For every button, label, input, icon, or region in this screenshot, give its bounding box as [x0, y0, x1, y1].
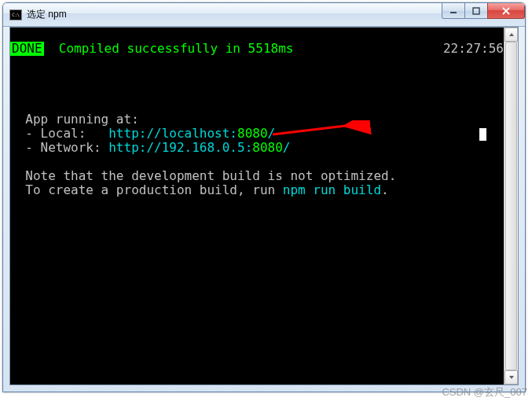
compile-message: Compiled successfully in 5518ms — [44, 42, 294, 56]
scroll-down-button[interactable] — [504, 370, 518, 384]
csdn-watermark: CSDN @玄尺_007 — [442, 385, 527, 399]
scrollbar-thumb[interactable] — [505, 42, 517, 370]
scrollbar-track[interactable] — [504, 42, 518, 370]
done-badge: DONE — [10, 42, 44, 56]
cmd-icon — [9, 9, 22, 20]
local-label: - Local: — [25, 126, 108, 141]
npm-run-build-cmd: npm run build — [283, 182, 381, 197]
maximize-button[interactable] — [464, 3, 488, 19]
local-url: http://localhost:8080/ — [108, 126, 275, 141]
scroll-up-button[interactable] — [504, 28, 518, 42]
svg-rect-0 — [450, 12, 457, 13]
close-button[interactable] — [487, 3, 525, 19]
note-line-1: Note that the development build is not o… — [25, 168, 396, 183]
vertical-scrollbar[interactable] — [504, 28, 518, 384]
window-controls — [442, 3, 525, 26]
network-url: http://192.168.0.5:8080/ — [108, 140, 290, 155]
app-running-label: App running at: — [25, 112, 139, 127]
network-label: - Network: — [25, 140, 108, 155]
svg-rect-1 — [473, 8, 479, 14]
terminal-output[interactable]: DONE Compiled successfully in 5518ms22:2… — [10, 28, 504, 384]
terminal-body: App running at: - Local: http://localhos… — [10, 70, 504, 197]
text-cursor — [479, 128, 486, 141]
note-line-2-pre: To create a production build, run — [25, 182, 283, 197]
terminal-client-area: DONE Compiled successfully in 5518ms22:2… — [9, 27, 519, 385]
app-window: 选定 npm DONE Compiled successfully in 551… — [2, 2, 526, 392]
titlebar[interactable]: 选定 npm — [3, 3, 525, 27]
minimize-button[interactable] — [442, 3, 465, 19]
note-line-2-post: . — [381, 182, 389, 197]
timestamp: 22:27:56 — [443, 42, 504, 56]
window-title: 选定 npm — [27, 8, 442, 21]
